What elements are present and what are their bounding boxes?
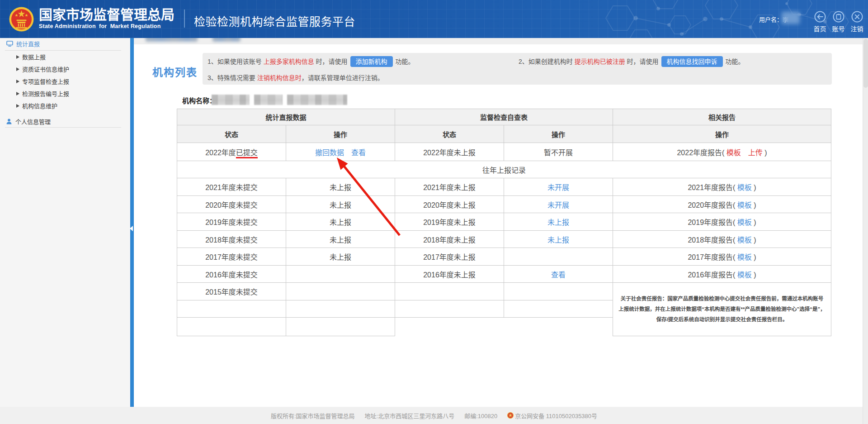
stat-status-2019: 2019年度未提交 — [177, 213, 286, 231]
footer-postcode: 邮编:100820 — [464, 411, 497, 420]
cell-text: 2022年度报告( — [677, 149, 726, 157]
template-link[interactable]: 模板 — [737, 271, 752, 279]
breadcrumb-bar — [134, 38, 863, 44]
stat-status-2020: 2020年度未提交 — [177, 196, 286, 213]
column-subheader: 状态 — [177, 125, 286, 143]
stat-action-2017: 未上报 — [286, 248, 395, 266]
account-icon — [833, 11, 844, 23]
cell-text: 2022年度 — [205, 149, 236, 157]
view-link[interactable]: 查看 — [551, 271, 566, 279]
sidebar-item-data-report[interactable]: 数据上报 — [0, 51, 130, 63]
caret-right-icon — [16, 80, 19, 83]
stat-actions-2022: 撤回数据查看 — [286, 143, 395, 161]
sidebar-divider — [5, 127, 121, 128]
cell-text: 2020年度报告( — [688, 201, 737, 209]
stat-status-2017: 2017年度未提交 — [177, 248, 286, 266]
stat-status-2018: 2018年度未提交 — [177, 231, 286, 248]
cell-text: 已提交 — [236, 149, 258, 158]
stat-action-empty — [286, 318, 395, 336]
not-reported-link[interactable]: 未上报 — [547, 236, 569, 244]
stat-status-2015: 2015年度未提交 — [177, 283, 286, 300]
cell-text: 2018年度报告( — [688, 236, 737, 244]
withdraw-data-link[interactable]: 撤回数据 — [315, 149, 344, 157]
header-actions: 首页 账号 注销 — [811, 11, 866, 33]
notice-item-1: 1、如果使用该账号 上报多家机构信息 时，请使用添加新机构功能。 — [208, 56, 415, 67]
sidebar-item-report-number[interactable]: 检测报告编号上报 — [0, 88, 130, 100]
stat-action-2018: 未上报 — [286, 231, 395, 248]
report-2017: 2017年度报告( 模板 ) — [613, 248, 831, 266]
column-group-header: 监督检查自查表 — [395, 109, 613, 125]
stat-status-2021: 2021年度未提交 — [177, 178, 286, 196]
scrollbar-thumb[interactable] — [863, 39, 868, 88]
account-button[interactable]: 账号 — [829, 11, 848, 33]
notice-box: 1、如果使用该账号 上报多家机构信息 时，请使用添加新机构功能。 2、如果创建机… — [203, 53, 832, 85]
cell-text: 2016年度未提交 — [205, 271, 258, 279]
sidebar-item-certificate-maintenance[interactable]: 资质证书信息维护 — [0, 63, 130, 76]
check-status-2017: 2017年度未上报 — [395, 248, 504, 266]
cell-text: ) — [752, 201, 756, 209]
sidebar-item-special-supervision[interactable]: 专项监督检查上报 — [0, 76, 130, 88]
check-status-2016: 2016年度未上报 — [395, 266, 504, 283]
cell-text: ) — [752, 271, 756, 279]
stat-action-empty — [286, 300, 395, 318]
cell-text: 2020年度未提交 — [205, 201, 258, 209]
org-name-label: 机构名称： — [182, 95, 216, 105]
stat-status-empty — [177, 318, 286, 336]
check-status-2018: 2018年度未上报 — [395, 231, 504, 248]
table-row: 2016年度未提交2016年度未上报查看2016年度报告( 模板 ) — [177, 266, 831, 283]
not-started-link[interactable]: 未开展 — [547, 201, 569, 209]
sidebar-section-label: 统计直报 — [16, 39, 40, 48]
footer-copyright: 版权所有:国家市场监督管理总局 — [271, 411, 355, 420]
template-link[interactable]: 模板 — [737, 219, 752, 226]
template-link[interactable]: 模板 — [737, 201, 752, 209]
report-table-body: 2022年度已提交撤回数据查看2022年度未上报暂不开展2022年度报告( 模板… — [177, 143, 831, 336]
template-link[interactable]: 模板 — [737, 253, 752, 261]
org-title: 国家市场监督管理总局 — [39, 7, 175, 22]
vertical-scrollbar[interactable] — [863, 38, 868, 424]
collapse-sidebar-handle[interactable] — [130, 226, 133, 231]
org-info-appeal-button[interactable]: 机构信息找回申诉 — [661, 56, 723, 67]
platform-title: 检验检测机构综合监管服务平台 — [194, 13, 355, 29]
stat-status-2016: 2016年度未提交 — [177, 266, 286, 283]
check-action-2022: 暂不开展 — [504, 143, 613, 161]
org-name-redacted — [254, 95, 283, 105]
notice-item-3: 3、特殊情况需要 注销机构信息时，请联系管理单位进行注销。 — [208, 72, 384, 83]
table-row: 2015年度未提交关于社会责任报告：国家产品质量检验检测中心提交社会责任报告前，… — [177, 283, 831, 300]
stat-action-2016 — [286, 266, 395, 283]
logout-icon — [851, 11, 863, 23]
column-subheader: 状态 — [395, 125, 504, 143]
stat-action-2021: 未上报 — [286, 178, 395, 196]
check-status-2019: 2019年度未上报 — [395, 213, 504, 231]
not-started-link[interactable]: 未开展 — [547, 184, 569, 191]
cell-text: ) — [763, 149, 767, 157]
cell-text: 往年上报记录 — [482, 167, 526, 174]
not-reported-link[interactable]: 未上报 — [547, 219, 569, 226]
home-button[interactable]: 首页 — [811, 11, 829, 33]
template-link[interactable]: 模板 — [737, 236, 752, 244]
cell-text: 未上报 — [330, 219, 351, 226]
stat-status-2022: 2022年度已提交 — [177, 143, 286, 161]
check-action-2018: 未上报 — [504, 231, 613, 248]
template-link[interactable]: 模板 — [726, 149, 741, 157]
notice-highlight: 注销机构信息时 — [257, 74, 302, 81]
sidebar-section-statistics[interactable]: 统计直报 — [6, 39, 40, 48]
check-action-2020: 未开展 — [504, 196, 613, 213]
view-link[interactable]: 查看 — [351, 149, 366, 157]
cell-text: ) — [752, 236, 756, 244]
sidebar-item-org-info[interactable]: 机构信息维护 — [0, 100, 130, 112]
upload-link[interactable]: 上传 — [748, 149, 763, 157]
sidebar-personal-info[interactable]: 个人信息管理 — [6, 117, 51, 126]
cell-text: 2021年度报告( — [688, 184, 737, 191]
cell-text: 2016年度报告( — [688, 271, 737, 279]
cell-text: ) — [752, 253, 756, 261]
org-title-block: 国家市场监督管理总局 State Administration for Mark… — [39, 7, 175, 29]
logout-button[interactable]: 注销 — [848, 11, 866, 33]
stat-action-2020: 未上报 — [286, 196, 395, 213]
template-link[interactable]: 模板 — [737, 184, 752, 191]
add-new-org-button[interactable]: 添加新机构 — [350, 56, 393, 67]
report-2019: 2019年度报告( 模板 ) — [613, 213, 831, 231]
cell-text: 未上报 — [330, 236, 351, 244]
report-monitor-icon — [6, 41, 13, 47]
cell-text: 2018年度未上报 — [423, 236, 476, 244]
stat-status-empty — [177, 300, 286, 318]
